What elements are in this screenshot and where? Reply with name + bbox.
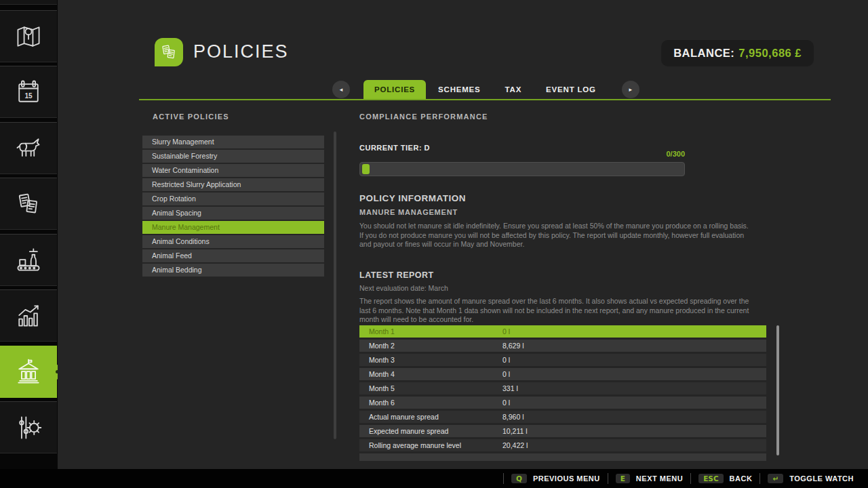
report-row-value: 20,422 l [502,439,528,451]
key-badge: ESC [698,474,723,483]
page-title: POLICIES [193,41,289,62]
report-row-value: 10,211 l [502,425,528,437]
policy-list-item[interactable]: Slurry Management [142,136,324,148]
chevron-right-icon: ▸ [629,86,633,93]
report-row-label: Month 1 [369,325,395,338]
tab-schemes[interactable]: SCHEMES [426,80,492,99]
government-icon [14,357,43,387]
balance-amount: 7,950,686 £ [738,47,802,59]
svg-text:15: 15 [24,92,33,100]
sidebar-item-hidden[interactable] [0,0,57,5]
report-row-label: Month 5 [369,382,395,394]
hint-next-menu: E NEXT MENU [608,473,690,484]
policy-list-item[interactable]: Manure Management [142,221,324,234]
sidebar-item-animals[interactable] [0,122,57,174]
tabs: POLICIES SCHEMES TAX EVENT LOG [363,80,608,99]
report-table-row[interactable]: Month 6 0 l [359,396,766,409]
statistics-icon [14,301,43,331]
sidebar-item-government[interactable] [0,346,57,398]
report-row-label: Month 6 [369,396,395,409]
report-table-row[interactable]: Month 3 0 l [359,354,766,366]
main-panel: POLICIES BALANCE:7,950,686 £ ◂ POLICIES … [58,0,868,469]
report-row-value: 331 l [502,382,518,394]
tab-tax[interactable]: TAX [493,80,534,99]
production-icon [14,245,43,275]
policy-name-subheading: MANURE MANAGEMENT [359,208,458,216]
tab-prev-button[interactable]: ◂ [332,81,350,98]
report-row-value: 0 l [502,354,510,366]
report-table-row[interactable]: Rolling average manure level 20,422 l [359,439,766,451]
tab-event-log[interactable]: EVENT LOG [534,80,608,99]
report-row-value: 8,960 l [502,411,524,423]
report-table-row[interactable] [359,453,766,461]
policies-scrollbar[interactable] [334,131,336,439]
report-row-label: Expected manure spread [369,425,448,437]
policy-description: You should not let manure sit idle indef… [359,222,751,249]
report-row-label: Actual manure spread [369,411,439,423]
key-badge: E [616,474,630,483]
sidebar-item-production[interactable] [0,234,57,286]
policy-list-item[interactable]: Crop Rotation [142,192,324,205]
report-table-row[interactable]: Month 5 331 l [359,382,766,394]
next-evaluation-date: Next evaluation date: March [359,284,448,292]
footer-bar: Q PREVIOUS MENU E NEXT MENU ESC BACK ↵ T… [0,469,868,488]
policies-icon [159,42,179,62]
hint-previous-menu: Q PREVIOUS MENU [503,473,608,484]
policy-info-heading: POLICY INFORMATION [359,193,466,203]
compliance-progress-fill [362,164,370,174]
chevron-left-icon: ◂ [340,86,343,93]
policy-list-item[interactable]: Animal Bedding [142,264,324,277]
tab-strip: ◂ POLICIES SCHEMES TAX EVENT LOG ▸ [332,80,639,99]
report-row-value: 0 l [502,396,510,409]
policy-list-item[interactable]: Water Contamination [142,164,324,177]
screen: 15 [0,0,868,488]
report-row-value: 8,629 l [502,340,524,352]
sidebar-item-statistics[interactable] [0,289,57,342]
report-row-label: Rolling average manure level [369,439,461,451]
tab-next-button[interactable]: ▸ [622,81,639,98]
compliance-heading: COMPLIANCE PERFORMANCE [359,113,488,121]
policy-list-item[interactable]: Animal Spacing [142,207,324,220]
report-row-label: Month 4 [369,368,395,380]
key-badge: ↵ [768,474,783,483]
animals-icon [14,134,43,163]
policy-list-item[interactable]: Animal Feed [142,249,324,262]
balance-label: BALANCE: [673,47,734,59]
policy-list-item[interactable]: Sustainable Forestry [142,150,324,163]
policy-list-item[interactable]: Animal Conditions [142,235,324,248]
tab-underline [139,99,831,100]
report-description: The report shows the amount of manure sp… [359,297,751,325]
report-table-scrollbar[interactable] [776,325,779,455]
latest-report-heading: LATEST REPORT [359,270,434,280]
mod-settings-icon [14,413,43,443]
sidebar-item-contracts[interactable] [0,178,57,230]
report-row-label: Month 3 [369,354,395,366]
policy-list-item[interactable]: Restricted Slurry Application [142,178,324,191]
compliance-score: 0/300 [359,150,685,158]
active-policies-heading: ACTIVE POLICIES [153,113,229,121]
sidebar-item-calendar[interactable]: 15 [0,66,57,118]
report-row-value: 0 l [502,368,510,380]
active-policies-list: Slurry Management Sustainable Forestry W… [142,136,324,278]
report-row-label: Month 2 [369,340,395,352]
sidebar: 15 [0,0,58,469]
map-icon [14,22,43,52]
report-row-value: 0 l [502,325,510,338]
report-table-row[interactable]: Expected manure spread 10,211 l [359,425,766,437]
tab-policies[interactable]: POLICIES [363,80,426,99]
report-table-row[interactable]: Month 1 0 l [359,325,766,338]
report-table-row[interactable]: Actual manure spread 8,960 l [359,411,766,423]
sidebar-item-mod-settings[interactable] [0,401,57,453]
balance-display: BALANCE:7,950,686 £ [661,40,814,66]
policies-blob [155,38,183,66]
compliance-progress-bar [359,162,685,176]
hint-toggle-watch: ↵ TOGGLE WATCH [760,473,861,484]
sidebar-item-map[interactable] [0,10,57,62]
calendar-icon: 15 [14,77,43,107]
report-table-row[interactable]: Month 2 8,629 l [359,340,766,352]
key-badge: Q [511,474,527,483]
hint-back: ESC BACK [690,473,760,484]
report-table-row[interactable]: Month 4 0 l [359,368,766,380]
contracts-icon [14,189,43,219]
report-table: Month 1 0 l Month 2 8,629 l Month 3 0 l … [359,325,766,461]
